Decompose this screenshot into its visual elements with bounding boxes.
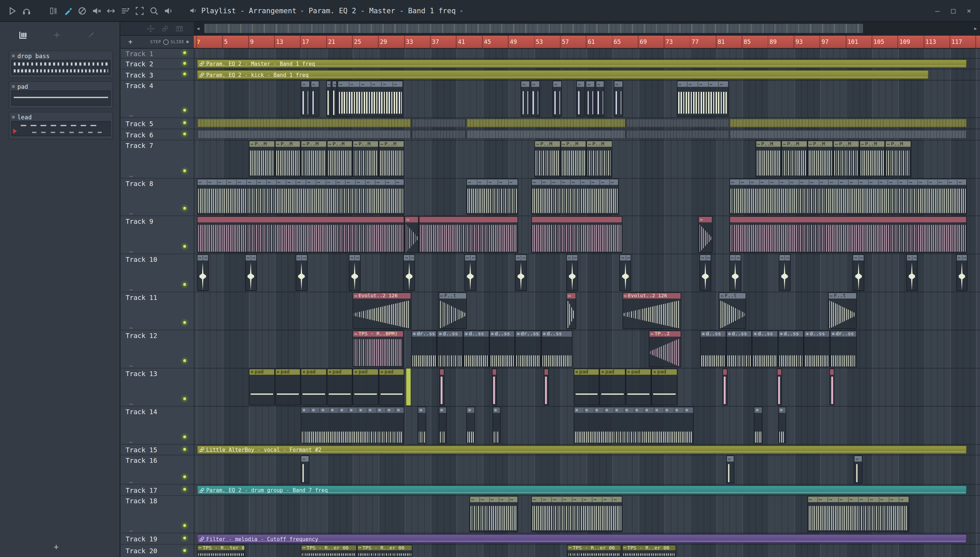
minimize-button[interactable]: – xyxy=(935,6,939,15)
track-led[interactable] xyxy=(182,475,187,479)
track-led[interactable] xyxy=(182,206,187,210)
track-lane[interactable]: ↦↦↦ xyxy=(194,455,980,485)
track-header[interactable]: Track 15 xyxy=(121,445,194,455)
star-icon[interactable] xyxy=(52,31,61,39)
audio-clip[interactable]: ↦P..M xyxy=(885,140,911,177)
track-header[interactable]: Track 6 xyxy=(121,129,194,140)
track-lane[interactable]: ↦↦↦↦↦↦↦↦↦↦↦↦↦↦↦↦↦↦↦↦↦↦↦↦ xyxy=(194,496,980,533)
audio-clip[interactable]: ≡d..ss xyxy=(752,331,778,367)
track-name[interactable]: Track 13 xyxy=(126,370,157,377)
track-lane[interactable]: ↦TPS - R..ter 06↦TPS - R..er 06↦TPS - R.… xyxy=(194,545,980,557)
audio-clip[interactable] xyxy=(197,216,405,253)
slash-icon[interactable] xyxy=(78,6,87,15)
audio-clip[interactable]: ↦↦ xyxy=(700,254,711,291)
audio-clip[interactable]: ↦TPS - R..BPM) xyxy=(353,331,404,367)
audio-clip[interactable] xyxy=(829,369,835,406)
track-lane[interactable]: ↦Evolut..2 126↦F..t↦↦Evolut..2 126↦F..t↦… xyxy=(194,292,980,331)
audio-clip[interactable]: ≡dr..ss xyxy=(830,331,856,367)
slip-icon[interactable] xyxy=(49,6,58,15)
audio-clip[interactable]: ↦TPS - R..ter 06 xyxy=(197,545,245,557)
track-name[interactable]: Track 7 xyxy=(126,142,153,149)
audio-clip[interactable]: ↦ xyxy=(586,81,595,117)
picker-icon[interactable] xyxy=(19,31,28,39)
audio-clip[interactable]: ≡ xyxy=(438,407,447,443)
audio-clip[interactable]: ↦ xyxy=(854,455,862,484)
pattern-item[interactable]: ≡lead xyxy=(9,112,113,139)
track-lane[interactable]: ≡pad≡pad≡pad≡pad≡pad≡pad≡pad≡pad≡pad≡pad xyxy=(194,369,980,407)
audio-clip[interactable]: ↦↦ xyxy=(296,254,307,291)
audio-clip[interactable]: ↦↦↦↦↦ xyxy=(470,496,518,532)
audio-clip[interactable]: ↦↦↦↦↦↦↦↦↦↦ xyxy=(807,496,909,532)
track-name[interactable]: Track 17 xyxy=(126,486,157,494)
audio-clip[interactable]: ↦↦ xyxy=(956,254,967,291)
audio-clip[interactable]: ↦↦ xyxy=(197,254,209,291)
track-name[interactable]: Track 16 xyxy=(126,457,157,464)
speaker-icon[interactable] xyxy=(164,6,173,15)
track-lane[interactable]: ↦↦↦↦↦↦↦↦↦↦↦↦↦↦↦↦↦↦↦↦↦↦ xyxy=(194,81,980,118)
audio-clip[interactable]: ≡d..ss xyxy=(778,331,804,367)
audio-clip[interactable]: ↦↦↦↦↦↦ xyxy=(338,81,403,117)
track-name[interactable]: Track 4 xyxy=(126,82,153,90)
track-header[interactable]: Track 17 xyxy=(121,485,194,496)
audio-clip[interactable]: ≡≡≡≡≡≡≡≡≡≡≡≡ xyxy=(573,407,694,443)
audio-clip[interactable] xyxy=(722,369,727,406)
track-led[interactable] xyxy=(182,487,187,492)
audio-clip[interactable]: ↦TPS - R..er 06 xyxy=(567,545,621,557)
audio-clip[interactable]: ≡pad xyxy=(275,369,301,406)
track-header[interactable]: Track 13… xyxy=(121,369,194,407)
audio-clip[interactable]: ↦↦ xyxy=(515,254,527,291)
audio-clip[interactable]: ↦P..M xyxy=(560,140,586,177)
track-lane[interactable]: ↦TPS - R..BPM)≡dr..ss≡d..ss≡d..ss≡d..ss≡… xyxy=(194,331,980,369)
track-led[interactable] xyxy=(182,169,187,173)
audio-clip[interactable]: ↦Evolut..2 126 xyxy=(622,292,681,329)
play-icon[interactable] xyxy=(8,6,17,15)
audio-clip[interactable] xyxy=(531,216,622,253)
audio-clip[interactable]: ↦ xyxy=(301,81,310,117)
audio-clip[interactable]: ↦↦ xyxy=(779,254,790,291)
track-header[interactable]: Track 18… xyxy=(121,496,194,533)
track-name[interactable]: Track 19 xyxy=(126,535,157,542)
audio-clip[interactable]: ≡pad xyxy=(353,369,379,406)
audio-clip[interactable]: ↦P..M xyxy=(859,140,885,177)
pattern-strip[interactable] xyxy=(626,119,729,127)
audio-clip[interactable]: ↦TPS - R..er 06 xyxy=(622,545,676,557)
audio-clip[interactable]: ↦ xyxy=(326,81,331,117)
scroll-left-button[interactable]: ◀ xyxy=(197,26,200,31)
audio-clip[interactable] xyxy=(419,216,518,253)
track-header[interactable]: Track 3 xyxy=(121,69,194,81)
audio-clip[interactable]: ↦ xyxy=(566,292,576,329)
audio-clip[interactable]: ↦P..M xyxy=(301,140,327,177)
audio-clip[interactable] xyxy=(729,216,967,253)
playlist-grid[interactable]: Param. EQ 2 - Master - Band 1 freqParam.… xyxy=(194,49,980,557)
headphones-icon[interactable] xyxy=(22,6,31,15)
audio-clip[interactable]: ≡d..ss xyxy=(463,331,489,367)
track-led[interactable] xyxy=(182,396,187,401)
automation-clip[interactable]: Filter - melodia - Cutoff frequency xyxy=(197,534,967,543)
audio-clip[interactable]: ≡ xyxy=(754,407,763,443)
track-header[interactable]: Track 4… xyxy=(121,81,194,118)
track-lane[interactable]: Filter - melodia - Cutoff frequency xyxy=(194,534,980,545)
track-name[interactable]: Track 11 xyxy=(126,293,157,301)
track-name[interactable]: Track 2 xyxy=(126,60,153,67)
audio-clip[interactable]: ↦↦↦↦↦↦↦↦↦↦↦↦↦↦↦↦↦↦↦↦↦↦↦↦ xyxy=(729,179,967,215)
add-pattern-button[interactable]: + xyxy=(54,542,59,552)
audio-clip[interactable]: ↦↦ xyxy=(853,254,864,291)
audio-clip[interactable]: ↦↦ xyxy=(566,254,578,291)
audio-clip[interactable] xyxy=(492,369,497,406)
audio-clip[interactable]: ↦P..M xyxy=(534,140,560,177)
audio-clip[interactable]: ↦ xyxy=(301,455,309,484)
close-button[interactable]: × xyxy=(967,6,971,15)
track-led[interactable] xyxy=(182,435,187,439)
audio-clip[interactable]: ↦Evolut..2 126 xyxy=(353,292,412,329)
audio-clip[interactable]: ↦ xyxy=(405,216,419,253)
link-icon[interactable] xyxy=(161,25,169,32)
audio-clip[interactable]: ↦↦↦↦↦ xyxy=(677,81,729,117)
track-led[interactable] xyxy=(182,121,187,125)
track-header[interactable]: Track 12… xyxy=(121,331,194,369)
audio-clip[interactable]: ≡d..ss xyxy=(804,331,830,367)
audio-clip[interactable]: ≡pad xyxy=(599,369,626,406)
audio-clip[interactable]: ↦ xyxy=(614,81,623,117)
audio-clip[interactable]: ↦↦ xyxy=(349,254,360,291)
audio-clip[interactable]: ≡≡≡≡≡≡≡≡≡≡≡ xyxy=(301,407,405,443)
track-led[interactable] xyxy=(182,132,187,136)
